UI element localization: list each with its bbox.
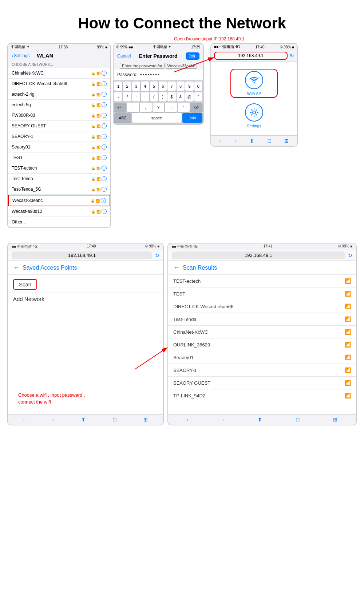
- result-TEST[interactable]: TEST 📶: [168, 287, 356, 300]
- key-colon[interactable]: :: [132, 92, 140, 102]
- bottom-right-url-input[interactable]: [172, 251, 345, 259]
- network-TEST-ectech[interactable]: TEST-ectech i: [8, 163, 110, 174]
- key-space[interactable]: space: [132, 113, 182, 123]
- key-3[interactable]: 3: [132, 82, 140, 91]
- network-DIRECT-CK[interactable]: DIRECT-CK-Wecast-e5a566 i: [8, 79, 110, 89]
- bottom-left-url-input[interactable]: [12, 251, 152, 259]
- key-excl[interactable]: !: [165, 103, 177, 112]
- bookmarks-icon[interactable]: □: [268, 138, 271, 144]
- key-quote[interactable]: ": [194, 92, 202, 102]
- key-comma[interactable]: ,: [140, 103, 152, 112]
- br-back-arrow[interactable]: ←: [173, 264, 180, 271]
- result-TP-LINK[interactable]: TP-LINK_94D2 📶: [168, 389, 356, 402]
- network-SEAORY-GUEST[interactable]: SEAORY GUEST i: [8, 121, 110, 131]
- br-back-icon[interactable]: ‹: [187, 417, 189, 422]
- result-SEAORY-GUEST[interactable]: SEAORY GUEST 📶: [168, 377, 356, 389]
- key-openparen[interactable]: (: [150, 92, 158, 102]
- key-slash[interactable]: /: [123, 92, 131, 102]
- network-SEAORY-1[interactable]: SEAORY-1 i: [8, 131, 110, 142]
- key-semicolon[interactable]: ;: [141, 92, 149, 102]
- network-Other[interactable]: Other...: [8, 217, 110, 227]
- key-join[interactable]: Join: [182, 113, 202, 123]
- info-icon[interactable]: i: [102, 209, 107, 214]
- bl-refresh-icon[interactable]: ↻: [155, 253, 159, 258]
- info-icon[interactable]: i: [102, 155, 107, 160]
- key-1[interactable]: 1: [114, 82, 122, 91]
- bl-tabs-icon[interactable]: ⊞: [143, 417, 148, 422]
- info-icon[interactable]: i: [102, 166, 107, 171]
- network-ectech-2.4g[interactable]: ectech-2.4g i: [8, 89, 110, 100]
- info-icon[interactable]: i: [102, 113, 107, 118]
- network-Seaory01[interactable]: Seaory01 i: [8, 142, 110, 152]
- scan-button[interactable]: Scan: [13, 279, 37, 290]
- info-icon[interactable]: i: [102, 71, 107, 76]
- key-dash[interactable]: -: [114, 92, 122, 102]
- result-Seaory01[interactable]: Seaory01 📶: [168, 351, 356, 364]
- settings-button[interactable]: Settings: [236, 103, 272, 128]
- phone2-join-button[interactable]: Join: [186, 52, 199, 60]
- network-Test-Tenda-5G[interactable]: Test-Tenda_5G i: [8, 184, 110, 195]
- key-7[interactable]: 7: [167, 82, 175, 91]
- info-icon[interactable]: i: [102, 102, 107, 107]
- key-dollar[interactable]: $: [167, 92, 175, 102]
- br-refresh-icon[interactable]: ↻: [348, 253, 352, 258]
- br-forward-icon[interactable]: ›: [222, 417, 224, 422]
- result-ChinaNet[interactable]: ChinaNet-KcWC 📶: [168, 326, 356, 338]
- phone3-refresh-button[interactable]: ↻: [290, 53, 294, 59]
- bl-share-icon[interactable]: ⬆: [81, 417, 86, 422]
- info-icon[interactable]: i: [101, 198, 106, 203]
- result-SEAORY-1[interactable]: SEAORY-1 📶: [168, 364, 356, 377]
- bl-back-arrow[interactable]: ←: [13, 264, 20, 271]
- network-Wecast-a93d12[interactable]: Wecast-a93d12 i: [8, 206, 110, 217]
- bl-bookmarks-icon[interactable]: □: [113, 417, 116, 422]
- info-icon[interactable]: i: [102, 187, 107, 192]
- info-icon[interactable]: i: [102, 144, 107, 150]
- info-icon[interactable]: i: [102, 81, 107, 86]
- result-OURLINK[interactable]: OURLINK_36629 📶: [168, 338, 356, 351]
- key-6[interactable]: 6: [159, 82, 167, 91]
- key-2[interactable]: 2: [123, 82, 131, 91]
- info-icon[interactable]: i: [102, 134, 107, 139]
- key-8[interactable]: 8: [177, 82, 185, 91]
- network-TEST[interactable]: TEST i: [8, 152, 110, 163]
- network-Test-Tenda[interactable]: Test-Tenda i: [8, 174, 110, 184]
- info-icon[interactable]: i: [102, 92, 107, 97]
- forward-icon[interactable]: ›: [235, 138, 237, 144]
- bl-back-icon[interactable]: ‹: [23, 417, 25, 422]
- result-DIRECT-CK[interactable]: DIRECT-CK-Wecast-e5a566 📶: [168, 300, 356, 313]
- key-closeparen[interactable]: ): [159, 92, 167, 102]
- key-amp[interactable]: &: [177, 92, 185, 102]
- phone3-url-box[interactable]: 192.168.49.1: [214, 52, 288, 60]
- key-special[interactable]: #+=: [114, 103, 126, 112]
- share-icon[interactable]: ⬆: [250, 138, 254, 144]
- add-network-row[interactable]: Add Network: [8, 293, 163, 305]
- key-at[interactable]: @: [185, 92, 193, 102]
- br-tabs-icon[interactable]: ⊞: [333, 417, 337, 422]
- key-period[interactable]: .: [127, 103, 139, 112]
- key-5[interactable]: 5: [150, 82, 158, 91]
- info-icon[interactable]: i: [102, 123, 107, 128]
- network-FW300R[interactable]: FW300R-03 i: [8, 110, 110, 121]
- tabs-icon[interactable]: ⊞: [284, 138, 289, 144]
- key-9[interactable]: 9: [185, 82, 193, 91]
- network-Wecast-33eabc[interactable]: Wecast-33eabc i: [8, 195, 110, 206]
- key-backspace[interactable]: ⌫: [190, 103, 202, 112]
- bl-forward-icon[interactable]: ›: [52, 417, 54, 422]
- key-abc[interactable]: ABC: [114, 113, 131, 123]
- phone1-back-button[interactable]: ‹ Settings: [12, 53, 29, 58]
- key-4[interactable]: 4: [141, 82, 149, 91]
- network-ectech-5g[interactable]: ectech-5g i: [8, 100, 110, 110]
- phone2-cancel-button[interactable]: Cancel: [117, 53, 131, 59]
- wifi-ap-button[interactable]: WiFi AP: [230, 69, 278, 98]
- br-bookmarks-icon[interactable]: □: [296, 417, 299, 422]
- result-Test-Tenda[interactable]: Test-Tenda 📶: [168, 313, 356, 326]
- key-apostrophe[interactable]: ': [178, 103, 190, 112]
- back-icon[interactable]: ‹: [219, 138, 221, 144]
- info-icon[interactable]: i: [102, 176, 107, 181]
- result-TEST-ectech[interactable]: TEST-ectech 📶: [168, 275, 356, 287]
- br-share-icon[interactable]: ⬆: [258, 417, 262, 422]
- network-ChinaNet-KcWC[interactable]: ChinaNet-KcWC i: [8, 68, 110, 79]
- key-0[interactable]: 0: [194, 82, 202, 91]
- key-question[interactable]: ?: [153, 103, 165, 112]
- svg-point-2: [253, 111, 256, 114]
